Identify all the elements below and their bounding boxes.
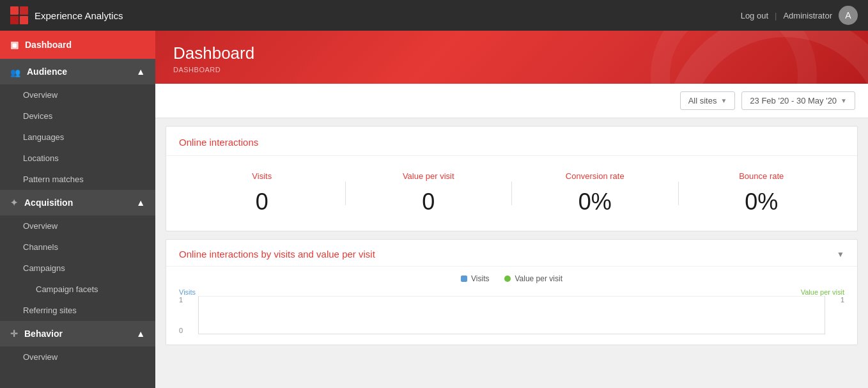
sidebar-item-pattern-matches[interactable]: Pattern matches bbox=[0, 169, 155, 190]
behavior-icon bbox=[10, 329, 18, 339]
sidebar-item-campaigns[interactable]: Campaigns bbox=[0, 258, 155, 279]
sidebar-section-behavior[interactable]: Behavior ▲ bbox=[0, 321, 155, 346]
sidebar-item-beh-overview[interactable]: Overview bbox=[0, 346, 155, 368]
behavior-sub-items: Overview bbox=[0, 346, 155, 368]
chart-title: Online interactions by visits and value … bbox=[179, 249, 375, 260]
breadcrumb: DASHBOARD bbox=[173, 66, 850, 74]
br-label: Bounce rate bbox=[679, 171, 845, 181]
chart-area: Visits Value per visit Visits Value per … bbox=[166, 267, 857, 345]
date-range-label: 23 Feb '20 - 30 May '20 bbox=[750, 96, 837, 105]
chart-legend: Visits Value per visit bbox=[179, 274, 844, 283]
topbar-divider: | bbox=[775, 11, 777, 20]
chart-y-axis-left: 1 0 bbox=[179, 296, 198, 334]
acquisition-label: Acquisition bbox=[24, 198, 73, 208]
sidebar-item-dashboard[interactable]: Dashboard bbox=[0, 31, 155, 59]
chart-vpv-axis-label: Value per visit bbox=[801, 288, 844, 296]
topbar-left: Experience Analytics bbox=[10, 6, 123, 24]
app-icon-cell-4 bbox=[20, 16, 28, 24]
visits-value: 0 bbox=[179, 189, 345, 215]
topbar-right: Log out | Administrator A bbox=[741, 6, 858, 25]
logout-button[interactable]: Log out bbox=[741, 11, 768, 20]
metric-value-per-visit: Value per visit 0 bbox=[346, 171, 512, 215]
app-icon-cell-1 bbox=[10, 6, 19, 15]
online-interactions-chart-card: Online interactions by visits and value … bbox=[166, 239, 858, 345]
monitor-icon bbox=[10, 40, 19, 50]
toolbar-row: All sites ▼ 23 Feb '20 - 30 May '20 ▼ bbox=[155, 84, 868, 118]
online-interactions-title: Online interactions bbox=[166, 127, 857, 156]
sidebar-item-languages[interactable]: Languages bbox=[0, 127, 155, 148]
chart-body bbox=[198, 296, 825, 334]
br-value: 0% bbox=[679, 189, 845, 215]
behavior-header-left: Behavior bbox=[10, 329, 63, 339]
cr-label: Conversion rate bbox=[512, 171, 678, 181]
visits-legend-item: Visits bbox=[461, 274, 489, 283]
audience-label: Audience bbox=[27, 66, 67, 77]
sidebar-section-audience[interactable]: Audience ▲ bbox=[0, 59, 155, 84]
page-title: Dashboard bbox=[173, 43, 850, 63]
metric-visits: Visits 0 bbox=[179, 171, 345, 215]
sites-caret-icon: ▼ bbox=[720, 97, 727, 104]
vpv-value: 0 bbox=[346, 189, 512, 215]
chart-y-axis-right: 1 bbox=[825, 296, 844, 334]
metric-bounce-rate: Bounce rate 0% bbox=[679, 171, 845, 215]
audience-chevron: ▲ bbox=[136, 66, 145, 77]
date-caret-icon: ▼ bbox=[841, 97, 847, 104]
visits-label: Visits bbox=[179, 171, 345, 181]
vpv-legend-dot bbox=[504, 275, 511, 282]
chart-with-axes: 1 0 1 bbox=[179, 296, 844, 334]
chart-visits-axis-label: Visits bbox=[179, 288, 196, 296]
acquisition-sub-items: Overview Channels Campaigns Campaign fac… bbox=[0, 215, 155, 321]
app-icon-cell-2 bbox=[20, 6, 28, 15]
visits-legend-label: Visits bbox=[471, 274, 489, 283]
acquisition-icon bbox=[10, 198, 18, 208]
sidebar-item-devices[interactable]: Devices bbox=[0, 105, 155, 127]
sidebar-item-locations[interactable]: Locations bbox=[0, 148, 155, 169]
people-icon bbox=[10, 67, 20, 76]
audience-header-left: Audience bbox=[10, 66, 67, 77]
chart-card-title-row: Online interactions by visits and value … bbox=[166, 240, 857, 267]
acquisition-header-left: Acquisition bbox=[10, 198, 73, 208]
chart-labels-row: Visits Value per visit bbox=[179, 288, 844, 296]
online-interactions-card: Online interactions Visits 0 Value per v… bbox=[166, 126, 858, 231]
admin-label: Administrator bbox=[783, 11, 832, 20]
date-range-dropdown[interactable]: 23 Feb '20 - 30 May '20 ▼ bbox=[741, 91, 855, 110]
content-area: Dashboard DASHBOARD All sites ▼ 23 Feb '… bbox=[155, 31, 868, 388]
audience-sub-items: Overview Devices Languages Locations Pat… bbox=[0, 84, 155, 190]
metrics-row: Visits 0 Value per visit 0 Conversion ra… bbox=[166, 156, 857, 231]
chart-collapse-icon[interactable]: ▼ bbox=[837, 250, 844, 259]
dashboard-banner: Dashboard DASHBOARD bbox=[155, 31, 868, 84]
dashboard-label: Dashboard bbox=[25, 40, 72, 50]
behavior-chevron: ▲ bbox=[136, 329, 145, 339]
avatar-text: A bbox=[845, 10, 851, 20]
sidebar: Dashboard Audience ▲ Overview Devices La… bbox=[0, 31, 155, 388]
sidebar-item-overview[interactable]: Overview bbox=[0, 84, 155, 105]
vpv-legend-item: Value per visit bbox=[504, 274, 562, 283]
main-layout: Dashboard Audience ▲ Overview Devices La… bbox=[0, 31, 868, 388]
vpv-label: Value per visit bbox=[346, 171, 512, 181]
cr-value: 0% bbox=[512, 189, 678, 215]
sidebar-item-campaign-facets[interactable]: Campaign facets bbox=[0, 279, 155, 300]
avatar[interactable]: A bbox=[839, 6, 858, 25]
app-icon bbox=[10, 6, 28, 24]
metric-conversion-rate: Conversion rate 0% bbox=[512, 171, 678, 215]
topbar: Experience Analytics Log out | Administr… bbox=[0, 0, 868, 31]
sidebar-section-acquisition[interactable]: Acquisition ▲ bbox=[0, 190, 155, 215]
app-title: Experience Analytics bbox=[35, 10, 123, 21]
sites-label: All sites bbox=[688, 96, 717, 105]
app-icon-cell-3 bbox=[10, 16, 19, 24]
acquisition-chevron: ▲ bbox=[136, 198, 145, 208]
vpv-legend-label: Value per visit bbox=[515, 274, 562, 283]
behavior-label: Behavior bbox=[24, 329, 63, 339]
chart-svg bbox=[199, 296, 825, 334]
sidebar-item-acq-overview[interactable]: Overview bbox=[0, 215, 155, 237]
sidebar-item-referring-sites[interactable]: Referring sites bbox=[0, 300, 155, 321]
visits-legend-dot bbox=[461, 275, 467, 282]
sites-dropdown[interactable]: All sites ▼ bbox=[680, 91, 736, 110]
sidebar-item-channels[interactable]: Channels bbox=[0, 237, 155, 258]
